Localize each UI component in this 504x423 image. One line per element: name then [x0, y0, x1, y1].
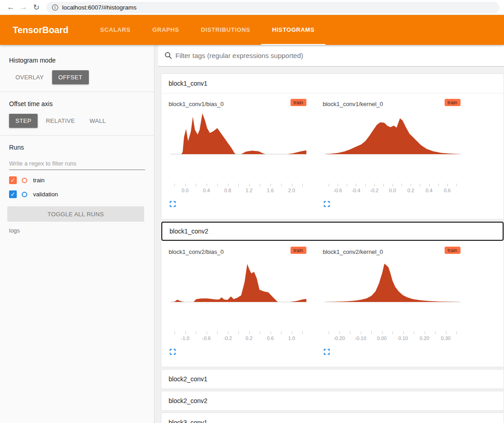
nav-tabs: SCALARSGRAPHSDISTRIBUTIONSHISTOGRAMS	[89, 15, 325, 45]
section-body-block1_conv1: block1_conv1/bias_0train0.00.40.81.21.62…	[161, 93, 504, 219]
section-header-block3_conv1[interactable]: block3_conv1	[161, 413, 504, 423]
run-color-circle-train[interactable]	[22, 178, 27, 183]
axis-tick	[302, 184, 303, 186]
run-row-train: ✓train	[9, 176, 145, 184]
offset-time-axis-option-step[interactable]: STEP	[9, 114, 38, 128]
toggle-all-runs-button[interactable]: TOGGLE ALL RUNS	[7, 206, 144, 222]
histogram-tile: block1_conv1/bias_0train0.00.40.81.21.62…	[161, 98, 315, 208]
fullscreen-icon	[169, 348, 177, 356]
fullscreen-icon	[169, 200, 177, 208]
axis-tick-label: 0.4	[203, 188, 210, 193]
axis-tick-label: -0.10	[355, 335, 366, 341]
axis-tick-label: -0.2	[370, 188, 378, 193]
expand-chart-button[interactable]	[323, 348, 331, 356]
histogram-chart[interactable]	[325, 259, 460, 302]
histogram-tile: block1_conv2/bias_0train-1.0-0.6-0.20.20…	[161, 246, 315, 356]
expand-chart-button[interactable]	[169, 200, 177, 208]
offset-time-axis-option-relative[interactable]: RELATIVE	[39, 114, 81, 128]
main-content: block1_conv1block1_conv1/bias_0train0.00…	[158, 45, 504, 423]
run-row-validation: ✓validation	[9, 190, 145, 198]
tab-graphs[interactable]: GRAPHS	[141, 15, 190, 45]
run-name-label: train	[33, 177, 44, 184]
histogram-mode-option-overlay[interactable]: OVERLAY	[9, 70, 50, 84]
axis-tick	[196, 331, 196, 334]
address-bar[interactable]: localhost:6007/#histograms	[46, 2, 499, 13]
offset-time-axis-option-wall[interactable]: WALL	[83, 114, 112, 128]
tag-sections: block1_conv1block1_conv1/bias_0train0.00…	[158, 67, 504, 423]
forward-icon[interactable]: →	[17, 3, 30, 12]
axis-tick	[356, 184, 356, 186]
axis-tick-label: 0.20	[420, 335, 429, 341]
axis-tick	[339, 331, 340, 334]
run-badge: train	[445, 99, 460, 106]
sidebar-scrollbar-gutter[interactable]	[155, 45, 158, 423]
axis-tick-label: 0.0	[182, 188, 189, 193]
run-badge: train	[291, 247, 306, 254]
histogram-chart[interactable]	[325, 111, 460, 155]
axis-tick	[281, 184, 281, 186]
axis-tick	[228, 331, 228, 334]
axis-tick-label: -1.0	[181, 335, 189, 341]
histogram-chart[interactable]	[170, 259, 306, 302]
run-checkbox-train[interactable]: ✓	[9, 176, 17, 184]
axis-tick-label: -0.20	[334, 335, 345, 341]
expand-chart-button[interactable]	[169, 348, 177, 356]
axis-tick	[393, 331, 393, 334]
tag-filter-input[interactable]	[175, 52, 504, 59]
axis-tick	[361, 331, 361, 334]
chart-x-axis: 0.00.40.81.21.62.0	[170, 184, 306, 197]
axis-tick	[435, 331, 436, 334]
section-header-block1_conv1[interactable]: block1_conv1	[161, 74, 504, 93]
sidebar: Histogram mode OVERLAYOFFSET Offset time…	[0, 45, 155, 423]
tile-header: block1_conv2/kernel_0train	[323, 247, 460, 255]
check-icon: ✓	[10, 177, 15, 184]
reload-icon[interactable]: ↻	[30, 3, 43, 12]
run-badge: train	[291, 99, 306, 106]
axis-tick-label: 0.0	[389, 188, 396, 193]
runs-filter-input[interactable]	[9, 157, 145, 170]
axis-tick	[447, 184, 448, 186]
run-color-circle-validation[interactable]	[22, 192, 27, 197]
axis-tick	[350, 331, 350, 334]
tab-distributions[interactable]: DISTRIBUTIONS	[190, 15, 261, 45]
axis-tick	[374, 184, 375, 186]
axis-tick	[196, 184, 196, 186]
section-body-block1_conv2: block1_conv2/bias_0train-1.0-0.6-0.20.20…	[161, 241, 504, 367]
back-icon[interactable]: ←	[5, 3, 17, 12]
section-header-block2_conv2[interactable]: block2_conv2	[161, 391, 504, 410]
page-info-icon[interactable]	[52, 4, 58, 11]
axis-tick	[228, 184, 228, 186]
axis-tick	[411, 184, 411, 186]
tab-scalars[interactable]: SCALARS	[89, 15, 141, 45]
tensorboard-header: TensorBoard SCALARSGRAPHSDISTRIBUTIONSHI…	[0, 15, 504, 45]
logs-directory-label: logs	[9, 227, 145, 234]
section-header-block2_conv1[interactable]: block2_conv1	[161, 370, 504, 389]
section-block1_conv1: block1_conv1block1_conv1/bias_0train0.00…	[161, 73, 504, 219]
runs-section: Runs ✓train✓validation TOGGLE ALL RUNS l…	[0, 136, 154, 241]
axis-tick	[446, 331, 446, 334]
tile-header: block1_conv1/bias_0train	[169, 99, 306, 107]
tile-header: block1_conv2/bias_0train	[169, 247, 306, 255]
tag-filter-bar	[158, 45, 504, 67]
run-checkbox-validation[interactable]: ✓	[9, 190, 17, 198]
section-block2_conv1: block2_conv1	[161, 369, 504, 389]
axis-tick	[174, 331, 175, 334]
histogram-tile: block1_conv2/kernel_0train-0.20-0.100.00…	[315, 246, 470, 356]
axis-tick	[429, 184, 430, 186]
axis-tick	[438, 184, 439, 186]
axis-tick	[347, 184, 347, 186]
axis-tick	[456, 184, 457, 186]
runs-label: Runs	[9, 144, 145, 151]
expand-chart-button[interactable]	[323, 200, 331, 208]
histogram-chart[interactable]	[170, 111, 306, 155]
axis-tick	[185, 184, 186, 186]
axis-tick-label: 0.2	[246, 335, 252, 341]
chart-x-axis: -0.6-0.4-0.20.00.20.40.6	[325, 184, 460, 197]
section-block1_conv2: block1_conv2block1_conv2/bias_0train-1.0…	[161, 221, 504, 367]
tile-title: block1_conv1/bias_0	[169, 99, 223, 107]
axis-tick-label: 0.8	[224, 188, 231, 193]
histogram-mode-option-offset[interactable]: OFFSET	[52, 70, 89, 84]
tile-header: block1_conv1/kernel_0train	[323, 99, 460, 107]
tab-histograms[interactable]: HISTOGRAMS	[261, 15, 325, 45]
section-header-block1_conv2[interactable]: block1_conv2	[161, 222, 504, 241]
